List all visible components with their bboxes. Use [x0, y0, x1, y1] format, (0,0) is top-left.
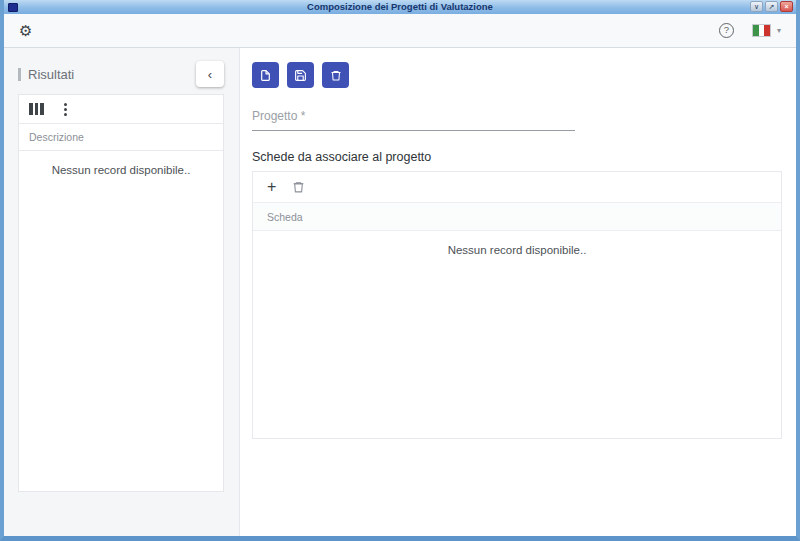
app-window: Composizione dei Progetti di Valutazione…	[0, 0, 800, 541]
assoc-table-toolbar: +	[253, 172, 781, 203]
close-icon[interactable]: ×	[780, 1, 793, 12]
delete-record-button[interactable]	[322, 62, 349, 88]
maximize-icon[interactable]: ↗	[765, 1, 778, 12]
language-dropdown-caret-icon[interactable]: ▾	[777, 26, 781, 35]
assoc-column-header[interactable]: Scheda	[253, 203, 781, 231]
minimize-icon[interactable]: ∨	[750, 1, 763, 12]
results-table: Descrizione Nessun record disponibile..	[18, 94, 224, 492]
settings-gear-icon[interactable]: ⚙	[19, 22, 32, 40]
file-icon	[259, 69, 272, 82]
results-panel-header: Risultati ‹	[18, 60, 224, 88]
add-icon[interactable]: +	[267, 179, 276, 195]
save-icon	[294, 69, 307, 82]
assoc-section-title: Schede da associare al progetto	[252, 150, 782, 164]
results-table-toolbar	[19, 95, 223, 124]
new-record-button[interactable]	[252, 62, 279, 88]
language-flag-icon[interactable]	[752, 24, 771, 37]
remove-trash-icon[interactable]	[292, 180, 305, 194]
collapse-panel-button[interactable]: ‹	[196, 61, 224, 87]
panel-title-marker	[18, 68, 21, 81]
results-column-header[interactable]: Descrizione	[19, 124, 223, 151]
window-title: Composizione dei Progetti di Valutazione	[4, 0, 796, 14]
title-bar: Composizione dei Progetti di Valutazione…	[4, 0, 796, 14]
window-controls: ∨ ↗ ×	[750, 1, 793, 12]
assoc-empty-message: Nessun record disponibile..	[253, 231, 781, 256]
results-panel: Risultati ‹ Descrizione Nessun record di…	[4, 48, 240, 536]
app-toolbar: ⚙ ? ▾	[4, 14, 796, 48]
results-panel-title: Risultati	[28, 67, 74, 82]
save-record-button[interactable]	[287, 62, 314, 88]
assoc-table: + Scheda Nessun record disponibile..	[252, 171, 782, 439]
project-editor-panel: Progetto * Schede da associare al proget…	[240, 48, 796, 536]
columns-icon[interactable]	[29, 103, 44, 115]
trash-icon	[330, 69, 342, 82]
project-input[interactable]: Progetto *	[252, 109, 575, 131]
kebab-menu-icon[interactable]	[61, 102, 70, 117]
results-empty-message: Nessun record disponibile..	[19, 151, 223, 176]
help-icon[interactable]: ?	[719, 23, 734, 38]
record-actions	[252, 62, 782, 88]
main-content: Risultati ‹ Descrizione Nessun record di…	[4, 48, 796, 536]
